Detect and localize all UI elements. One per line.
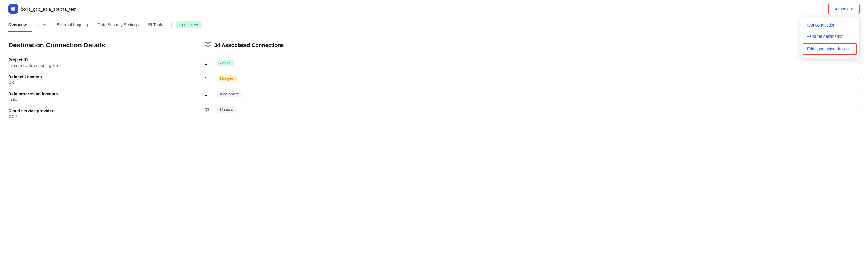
connection-status-badge: Connected: [175, 22, 202, 28]
connection-row-incomplete: 1 Incomplete ›: [205, 86, 860, 102]
left-section: Destination Connection Details Project I…: [8, 42, 187, 126]
incomplete-count: 1: [205, 92, 212, 97]
svg-rect-2: [205, 46, 207, 47]
test-connection-item[interactable]: Test connection: [801, 19, 859, 31]
connection-row-active: 1 Active ›: [205, 55, 860, 71]
app-logo: [8, 4, 18, 14]
connection-row-delayed: 1 Delayed ›: [205, 71, 860, 86]
connections-icon: [205, 42, 211, 50]
actions-button[interactable]: Actions ▼: [828, 4, 860, 14]
chevron-down-icon: ▼: [850, 7, 853, 11]
paused-row-chevron[interactable]: ›: [858, 107, 860, 112]
svg-rect-3: [209, 46, 211, 47]
destination-name: boris_gcp_asia_south1_test: [21, 6, 76, 11]
navigation: Overview Users External Logging Data Sec…: [0, 18, 868, 32]
project-id-value: fivetran-fivetran-boris-g-8-lq: [8, 63, 187, 68]
associated-connections-header: 34 Associated Connections View All ›: [205, 42, 860, 50]
header: boris_gcp_asia_south1_test Actions ▼ Tes…: [0, 0, 868, 18]
active-badge: Active: [217, 60, 234, 66]
nav-external-logging[interactable]: External Logging: [52, 18, 93, 32]
svg-rect-1: [209, 42, 211, 44]
main-content: Destination Connection Details Project I…: [0, 32, 868, 135]
right-section: 34 Associated Connections View All › 1 A…: [205, 42, 860, 126]
field-cloud-service-provider: Cloud service provider GCP: [8, 108, 187, 119]
cloud-service-provider-label: Cloud service provider: [8, 108, 187, 113]
svg-rect-0: [205, 42, 207, 44]
nav-overview[interactable]: Overview: [8, 18, 32, 32]
rename-destination-item[interactable]: Rename destination: [801, 31, 859, 42]
active-count: 1: [205, 61, 212, 65]
delayed-count: 1: [205, 76, 212, 81]
delayed-row-chevron[interactable]: ›: [858, 76, 860, 81]
cloud-service-provider-value: GCP: [8, 114, 187, 119]
active-row-chevron[interactable]: ›: [858, 60, 860, 66]
nav-users[interactable]: Users: [32, 18, 52, 32]
nav-divider: [171, 22, 172, 28]
incomplete-row-chevron[interactable]: ›: [858, 91, 860, 97]
incomplete-badge: Incomplete: [217, 90, 243, 98]
field-data-processing-location: Data processing location India: [8, 91, 187, 102]
paused-count: 31: [205, 107, 212, 112]
section-title: Destination Connection Details: [8, 42, 187, 49]
nav-data-security-settings[interactable]: Data Security Settings: [93, 18, 144, 32]
associated-connections-title: 34 Associated Connections: [214, 42, 284, 49]
field-project-id: Project ID fivetran-fivetran-boris-g-8-l…: [8, 57, 187, 68]
nav-bi-tools[interactable]: BI Tools: [144, 18, 168, 32]
delayed-badge: Delayed: [217, 75, 238, 82]
edit-connection-details-item[interactable]: Edit connection details: [803, 43, 857, 55]
paused-badge: Paused: [217, 106, 237, 113]
actions-dropdown: Test connection Rename destination Edit …: [800, 17, 860, 58]
data-processing-location-value: India: [8, 97, 187, 102]
field-dataset-location: Dataset Location US: [8, 75, 187, 85]
dataset-location-label: Dataset Location: [8, 75, 187, 79]
data-processing-location-label: Data processing location: [8, 91, 187, 96]
connection-row-paused: 31 Paused ›: [205, 102, 860, 117]
project-id-label: Project ID: [8, 57, 187, 62]
dataset-location-value: US: [8, 80, 187, 85]
